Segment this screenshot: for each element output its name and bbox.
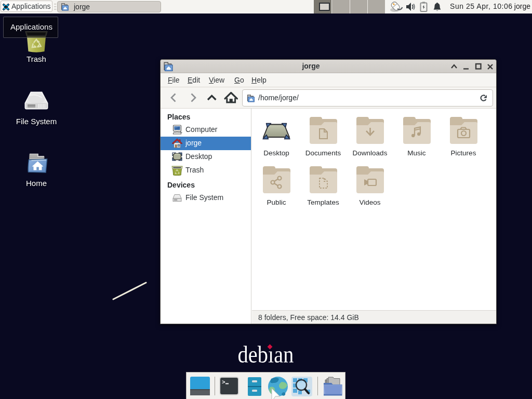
svg-text:>: >: [222, 379, 225, 385]
